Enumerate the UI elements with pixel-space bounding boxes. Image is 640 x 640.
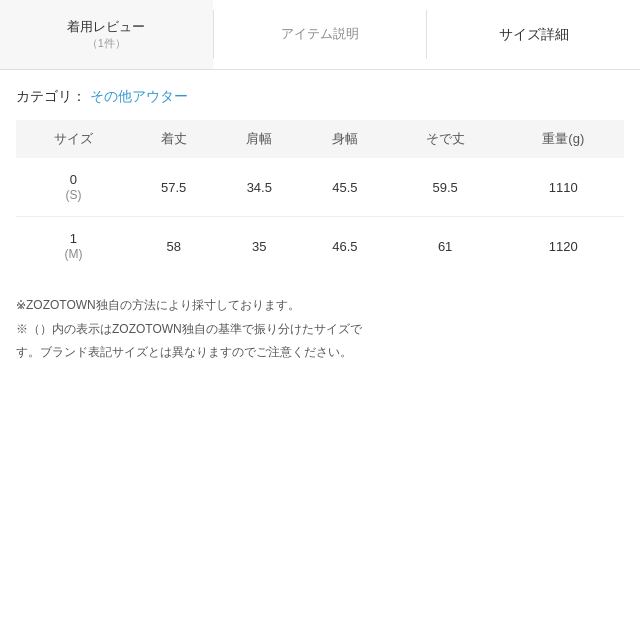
cell-mihaba-1: 46.5 xyxy=(302,217,388,276)
tab-review-label: 着用レビュー xyxy=(67,18,145,36)
table-row: 1 (M) 58 35 46.5 61 1120 xyxy=(16,217,624,276)
cell-katahaba-0: 34.5 xyxy=(216,158,302,217)
category-value[interactable]: その他アウター xyxy=(90,88,188,106)
table-header-row: サイズ 着丈 肩幅 身幅 そで丈 重量(g) xyxy=(16,120,624,158)
cell-size-0: 0 (S) xyxy=(16,158,131,217)
table-row: 0 (S) 57.5 34.5 45.5 59.5 1110 xyxy=(16,158,624,217)
tab-review-subtitle: （1件） xyxy=(87,36,126,51)
cell-sodedake-1: 61 xyxy=(388,217,503,276)
tab-description-label: アイテム説明 xyxy=(281,25,359,43)
tab-size-label: サイズ詳細 xyxy=(499,25,569,45)
note-line-1: ※（）内の表示はZOZOTOWN独自の基準で振り分けたサイズで xyxy=(16,319,624,341)
col-header-katahaba: 肩幅 xyxy=(216,120,302,158)
notes-section: ※ZOZOTOWN独自の方法により採寸しております。※（）内の表示はZOZOTO… xyxy=(16,295,624,364)
tab-bar: 着用レビュー （1件） アイテム説明 サイズ詳細 xyxy=(0,0,640,70)
category-label: カテゴリ： xyxy=(16,88,86,106)
col-header-mihaba: 身幅 xyxy=(302,120,388,158)
tab-size[interactable]: サイズ詳細 xyxy=(427,0,640,69)
size-table: サイズ 着丈 肩幅 身幅 そで丈 重量(g) 0 (S) 57.5 34.5 4… xyxy=(16,120,624,275)
col-header-weight: 重量(g) xyxy=(503,120,624,158)
col-header-kittake: 着丈 xyxy=(131,120,217,158)
cell-size-1: 1 (M) xyxy=(16,217,131,276)
note-line-0: ※ZOZOTOWN独自の方法により採寸しております。 xyxy=(16,295,624,317)
category-row: カテゴリ： その他アウター xyxy=(16,88,624,106)
col-header-sodedake: そで丈 xyxy=(388,120,503,158)
col-header-size: サイズ xyxy=(16,120,131,158)
cell-weight-0: 1110 xyxy=(503,158,624,217)
main-content: カテゴリ： その他アウター サイズ 着丈 肩幅 身幅 そで丈 重量(g) 0 (… xyxy=(0,70,640,376)
tab-review[interactable]: 着用レビュー （1件） xyxy=(0,0,213,69)
note-line-2: す。ブランド表記サイズとは異なりますのでご注意ください。 xyxy=(16,342,624,364)
cell-weight-1: 1120 xyxy=(503,217,624,276)
cell-sodedake-0: 59.5 xyxy=(388,158,503,217)
cell-kittake-0: 57.5 xyxy=(131,158,217,217)
cell-katahaba-1: 35 xyxy=(216,217,302,276)
cell-kittake-1: 58 xyxy=(131,217,217,276)
tab-description[interactable]: アイテム説明 xyxy=(214,0,427,69)
cell-mihaba-0: 45.5 xyxy=(302,158,388,217)
